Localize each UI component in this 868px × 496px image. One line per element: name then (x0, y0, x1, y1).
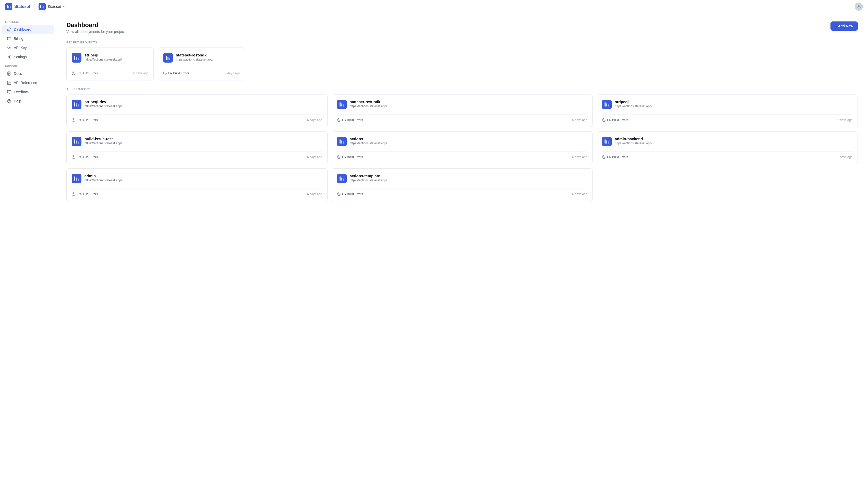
project-card-footer: Fix Build Errors 6 days ago (337, 114, 588, 122)
project-card-header: actions https://actions.stateset.app/ (337, 137, 588, 146)
build-status: Fix Build Errors (163, 72, 189, 75)
sidebar-item-settings[interactable]: Settings (2, 52, 54, 61)
build-icon (337, 155, 340, 159)
sidebar-item-feedback[interactable]: Feedback (2, 88, 54, 96)
build-icon (72, 118, 75, 122)
build-icon (72, 72, 75, 75)
svg-rect-8 (7, 37, 11, 40)
project-card-header: stateset-rest-sdk https://actions.states… (337, 99, 588, 109)
project-card-logo-icon (74, 139, 79, 144)
project-card[interactable]: actions-template https://actions.statese… (332, 168, 593, 201)
project-card-footer: Fix Build Errors 6 days ago (337, 152, 588, 159)
build-time: 6 days ago (573, 118, 588, 122)
sidebar-item-dashboard[interactable]: Dashboard (2, 25, 54, 34)
project-card[interactable]: actions https://actions.stateset.app/ Fi… (332, 131, 593, 164)
build-time: 6 days ago (837, 155, 852, 159)
sidebar-item-api-reference[interactable]: API Reference (2, 78, 54, 87)
project-url: https://actions.stateset.app/ (615, 141, 852, 145)
topbar-project[interactable]: Stateset ▾ (38, 3, 64, 10)
svg-rect-22 (76, 104, 77, 107)
project-name: actions (350, 137, 588, 141)
project-card[interactable]: stateset-rest-sdk https://actions.states… (158, 47, 245, 80)
project-logo (72, 174, 81, 183)
sidebar-item-api-keys[interactable]: API Keys (2, 43, 54, 52)
project-card-header: build-issue-test https://actions.statese… (72, 137, 322, 146)
svg-rect-2 (8, 5, 9, 9)
project-info: actions-template https://actions.statese… (350, 174, 588, 182)
svg-rect-24 (340, 103, 340, 107)
build-status: Fix Build Errors (337, 118, 363, 122)
project-card[interactable]: admin-backend https://actions.stateset.a… (597, 131, 858, 164)
build-status-label: Fix Build Errors (342, 192, 363, 196)
project-label: Stateset (48, 4, 61, 9)
all-projects-label: ALL PROJECTS (66, 88, 858, 91)
project-card[interactable]: stripeql https://actions.stateset.app/ F… (597, 94, 858, 127)
project-info: admin-backend https://actions.stateset.a… (615, 137, 852, 145)
build-icon (163, 72, 167, 75)
project-card-header: stripeql https://actions.stateset.app/ (72, 53, 148, 63)
project-card-footer: Fix Build Errors 6 days ago (337, 188, 588, 196)
build-status: Fix Build Errors (72, 155, 98, 159)
build-icon (602, 118, 606, 122)
key-icon (7, 46, 11, 50)
svg-rect-41 (78, 179, 79, 181)
sidebar-item-help[interactable]: Help (2, 97, 54, 106)
project-name: stripeql (615, 99, 852, 104)
docs-icon (7, 72, 11, 76)
svg-rect-26 (343, 105, 344, 107)
build-time: 6 days ago (225, 72, 240, 75)
project-card-logo-icon (339, 176, 344, 181)
avatar-icon (856, 4, 861, 9)
svg-rect-43 (341, 177, 342, 181)
user-avatar[interactable] (855, 2, 863, 11)
project-card-header: stripeql https://actions.stateset.app/ (602, 99, 852, 109)
sidebar-section-stateset: STATESET (0, 17, 56, 25)
project-card-footer: Fix Build Errors 6 days ago (72, 114, 322, 122)
project-url: https://actions.stateset.app/ (350, 179, 588, 182)
project-logo (337, 99, 347, 109)
all-projects-grid: stripeql-dev https://actions.stateset.ap… (66, 94, 858, 201)
build-time: 6 days ago (307, 155, 322, 159)
add-new-button[interactable]: + Add New (831, 21, 858, 31)
topbar-right (855, 2, 863, 11)
svg-rect-27 (605, 103, 606, 107)
page-header-text: Dashboard View all deployments for your … (66, 21, 126, 34)
project-card[interactable]: stripeql-dev https://actions.stateset.ap… (66, 94, 327, 127)
build-time: 6 days ago (573, 155, 588, 159)
project-card-logo-icon (165, 55, 171, 61)
project-card-footer: Fix Build Errors 6 days ago (602, 114, 852, 122)
svg-rect-42 (340, 176, 340, 181)
app-logo[interactable]: Stateset (5, 3, 30, 10)
project-card[interactable]: stripeql https://actions.stateset.app/ F… (66, 47, 154, 80)
home-icon (7, 27, 11, 31)
project-card-footer: Fix Build Errors 6 days ago (72, 152, 322, 159)
project-name: build-issue-test (84, 137, 322, 141)
build-status-label: Fix Build Errors (77, 155, 98, 159)
svg-rect-16 (76, 57, 77, 60)
project-logo (337, 174, 347, 183)
billing-icon (7, 36, 11, 41)
build-status: Fix Build Errors (72, 192, 98, 196)
project-url: https://actions.stateset.app/ (350, 105, 588, 108)
build-status: Fix Build Errors (337, 192, 363, 196)
svg-rect-35 (343, 141, 344, 143)
sidebar-item-label: Dashboard (14, 27, 31, 31)
sidebar-item-label: Feedback (14, 90, 29, 94)
sidebar-item-billing[interactable]: Billing (2, 34, 54, 43)
project-info: stripeql https://actions.stateset.app/ (615, 99, 852, 108)
project-card[interactable]: stateset-rest-sdk https://actions.states… (332, 94, 593, 127)
project-card[interactable]: admin https://actions.stateset.app/ Fix … (66, 168, 327, 201)
project-card-footer: Fix Build Errors 6 days ago (72, 68, 148, 75)
project-card[interactable]: build-issue-test https://actions.statese… (66, 131, 327, 164)
project-url: https://actions.stateset.app/ (84, 105, 322, 108)
svg-point-14 (9, 102, 10, 103)
build-icon (72, 192, 75, 196)
content-area: Dashboard View all deployments for your … (56, 13, 868, 217)
sidebar-item-docs[interactable]: Docs (2, 69, 54, 78)
project-info: build-issue-test https://actions.statese… (84, 137, 322, 145)
project-name: stripeql (84, 53, 148, 57)
project-url: https://actions.stateset.app/ (350, 141, 588, 145)
project-name: admin-backend (615, 137, 852, 141)
svg-rect-25 (341, 104, 342, 107)
build-icon (72, 155, 75, 159)
